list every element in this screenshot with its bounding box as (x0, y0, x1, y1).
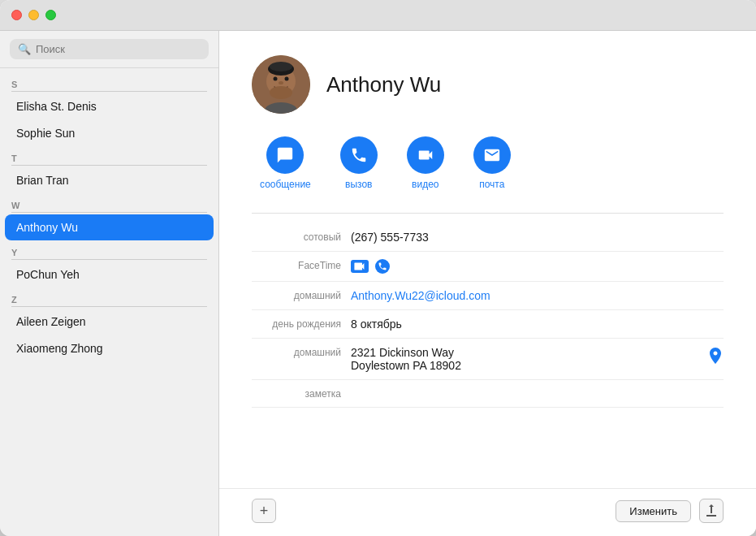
contact-item-xiaomeng[interactable]: Xiaomeng Zhong (5, 335, 214, 361)
contact-item-anthony[interactable]: Anthony Wu (5, 214, 214, 240)
message-label: сообщение (260, 179, 311, 190)
note-field-row: заметка (252, 380, 724, 408)
contact-name: Anthony Wu (326, 72, 441, 97)
section-divider-t (11, 165, 207, 166)
right-buttons: Изменить (616, 499, 724, 523)
address-field-row: домашний 2321 Dickinson Way Doylestown P… (252, 339, 724, 380)
section-label-w: W (0, 194, 218, 212)
video-icon (407, 136, 444, 174)
section-label-t: T (0, 147, 218, 165)
bottom-bar: + Изменить (219, 488, 756, 536)
video-label: видео (412, 179, 438, 190)
facetime-icons (351, 259, 390, 274)
address-label: домашний (252, 346, 341, 358)
contact-item-elisha[interactable]: Elisha St. Denis (5, 93, 214, 119)
phone-value[interactable]: (267) 555-7733 (351, 231, 724, 244)
section-divider-y (11, 259, 207, 260)
search-bar: 🔍 (0, 31, 218, 68)
email-field-row: домашний Anthony.Wu22@icloud.com (252, 282, 724, 310)
contact-item-pochun[interactable]: PoChun Yeh (5, 262, 214, 287)
svg-point-3 (270, 62, 292, 71)
sidebar: 🔍 S Elisha St. Denis Sophie Sun T Brian … (0, 31, 219, 536)
section-divider-s (11, 91, 207, 92)
mail-label: почта (479, 179, 504, 190)
contact-header: Anthony Wu (252, 55, 724, 114)
svg-point-6 (279, 81, 283, 84)
fields-divider (252, 213, 724, 214)
facetime-field-row: FaceTime (252, 252, 724, 282)
add-button[interactable]: + (252, 499, 276, 523)
avatar (252, 55, 310, 114)
phone-field-row: сотовый (267) 555-7733 (252, 223, 724, 252)
call-button[interactable]: вызов (340, 136, 378, 190)
section-label-z: Z (0, 288, 218, 306)
address-line2: Doylestown PA 18902 (351, 359, 461, 372)
search-icon: 🔍 (18, 43, 31, 55)
facetime-phone-icon[interactable] (375, 259, 390, 274)
close-button[interactable] (11, 10, 22, 20)
birthday-field-row: день рождения 8 октябрь (252, 310, 724, 339)
facetime-label: FaceTime (252, 259, 341, 271)
call-label: вызов (345, 179, 372, 190)
contact-item-sophie[interactable]: Sophie Sun (5, 120, 214, 146)
phone-label: сотовый (252, 231, 341, 243)
search-wrapper: 🔍 (10, 39, 209, 59)
detail-panel: Anthony Wu сообщение (219, 31, 756, 488)
section-label-s: S (0, 73, 218, 91)
svg-point-7 (270, 86, 292, 99)
address-text[interactable]: 2321 Dickinson Way Doylestown PA 18902 (351, 346, 461, 372)
video-button[interactable]: видео (407, 136, 444, 190)
section-divider-w (11, 212, 207, 213)
facetime-video-icon[interactable] (351, 260, 369, 273)
section-label-y: Y (0, 241, 218, 259)
share-button[interactable] (699, 499, 724, 523)
main-window: 🔍 S Elisha St. Denis Sophie Sun T Brian … (0, 0, 756, 536)
titlebar (0, 0, 756, 31)
action-buttons: сообщение вызов (252, 136, 724, 190)
address-content: 2321 Dickinson Way Doylestown PA 18902 (351, 346, 724, 372)
svg-point-4 (274, 77, 278, 81)
birthday-value: 8 октябрь (351, 318, 724, 331)
email-label: домашний (252, 289, 341, 301)
contact-list: S Elisha St. Denis Sophie Sun T Brian Tr… (0, 68, 218, 536)
section-divider-z (11, 306, 207, 307)
email-value[interactable]: Anthony.Wu22@icloud.com (351, 289, 724, 302)
birthday-label: день рождения (252, 318, 341, 330)
contact-item-aileen[interactable]: Aileen Zeigen (5, 309, 214, 335)
mail-icon (473, 136, 511, 174)
search-input[interactable] (36, 43, 201, 55)
pin-icon[interactable] (707, 348, 724, 370)
address-line1: 2321 Dickinson Way (351, 346, 461, 359)
note-label: заметка (252, 387, 341, 400)
edit-button[interactable]: Изменить (616, 500, 691, 522)
mail-button[interactable]: почта (473, 136, 511, 190)
minimize-button[interactable] (28, 10, 39, 20)
svg-point-5 (285, 77, 289, 81)
message-button[interactable]: сообщение (260, 136, 311, 190)
contact-item-brian[interactable]: Brian Tran (5, 167, 214, 193)
content-area: 🔍 S Elisha St. Denis Sophie Sun T Brian … (0, 31, 756, 536)
call-icon (340, 136, 378, 174)
message-icon (266, 136, 304, 174)
maximize-button[interactable] (45, 10, 56, 20)
